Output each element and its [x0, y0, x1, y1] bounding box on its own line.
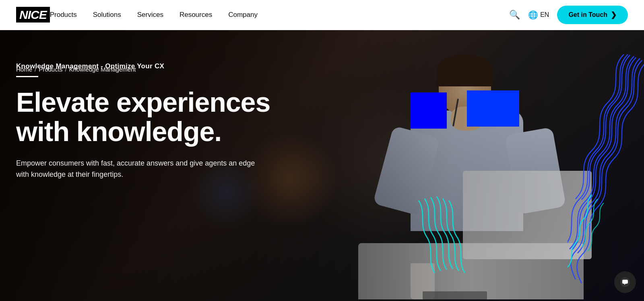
search-icon[interactable]: 🔍	[509, 10, 520, 20]
blue-wave-decoration: .wl{fill:none;stroke:#2244ff;stroke-widt…	[568, 54, 644, 287]
hero-description: Empower consumers with fast, accurate an…	[16, 158, 258, 180]
arrow-icon: ❯	[611, 10, 617, 19]
globe-icon: 🌐	[528, 10, 538, 20]
hero-title: Elevate experiences with knowledge.	[16, 88, 326, 147]
language-selector[interactable]: 🌐 EN	[528, 10, 549, 20]
language-label: EN	[540, 11, 549, 18]
nav-products[interactable]: Products	[50, 11, 77, 19]
nav-solutions[interactable]: Solutions	[93, 11, 121, 19]
hero-subtitle: Knowledge Management - Optimize Your CX	[16, 62, 326, 70]
nav-links: Products Solutions Services Resources Co…	[50, 11, 509, 19]
hero-content: Knowledge Management - Optimize Your CX …	[16, 62, 326, 180]
cyan-wave-decoration: .cwl{fill:none;stroke:#00e8e0;stroke-wid…	[415, 197, 467, 285]
nav-company[interactable]: Company	[228, 11, 258, 19]
blue-square-1	[411, 92, 447, 129]
nav-right: 🔍 🌐 EN Get in Touch ❯	[509, 6, 628, 24]
hero-section: Home / Products / Knowledge Management	[0, 30, 644, 301]
nav-services[interactable]: Services	[137, 11, 163, 19]
blue-square-2	[467, 90, 519, 127]
logo[interactable]: NICE	[16, 8, 50, 22]
chat-bubble[interactable]	[614, 271, 636, 293]
hero-divider	[16, 76, 38, 77]
navigation: NICE Products Solutions Services Resourc…	[0, 0, 644, 30]
get-in-touch-button[interactable]: Get in Touch ❯	[557, 6, 628, 24]
nav-resources[interactable]: Resources	[180, 11, 212, 19]
